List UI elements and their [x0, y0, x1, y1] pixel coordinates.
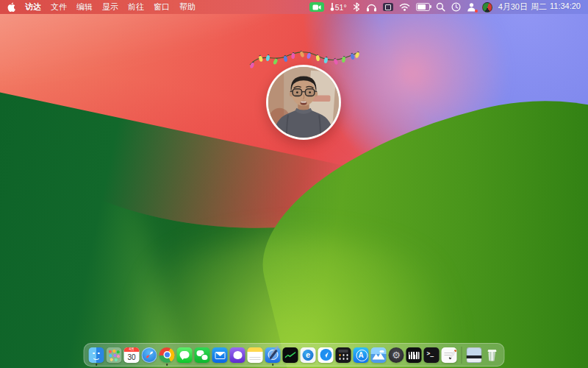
headphones-icon[interactable]: [366, 2, 377, 12]
menu-bar: 访达 文件 编辑 显示 前往 窗口 帮助 51°: [0, 0, 588, 14]
menu-window[interactable]: 窗口: [154, 1, 170, 13]
dock-calculator-icon[interactable]: [336, 347, 351, 363]
temperature-value: 51°: [335, 3, 347, 12]
dock-finder-icon[interactable]: [89, 347, 104, 363]
dock-terminal-icon[interactable]: [424, 347, 440, 363]
dock-messages-icon[interactable]: [177, 347, 193, 363]
video-call-bubble[interactable]: [266, 65, 341, 140]
menu-go[interactable]: 前往: [128, 1, 144, 13]
dock-settings-icon[interactable]: [389, 347, 404, 363]
menu-bar-left: 访达 文件 编辑 显示 前往 窗口 帮助: [7, 1, 196, 13]
camera-icon: [312, 4, 321, 10]
running-indicator: [272, 364, 274, 366]
clock-icon[interactable]: [451, 2, 461, 12]
menu-edit[interactable]: 编辑: [76, 1, 93, 13]
datetime[interactable]: 4月30日 周二 11:34:20: [498, 1, 581, 13]
input-source-icon[interactable]: [383, 3, 393, 11]
battery-icon[interactable]: [416, 3, 430, 11]
minimized-window-thumbnail[interactable]: [467, 347, 482, 363]
dock-divider: [462, 347, 462, 364]
thermometer-icon: [330, 2, 334, 12]
dock-safari-icon[interactable]: [142, 347, 157, 363]
menu-file[interactable]: 文件: [51, 1, 67, 13]
desktop: 访达 文件 编辑 显示 前往 窗口 帮助 51°: [0, 0, 588, 368]
time-text: 11:34:20: [550, 1, 581, 13]
temperature-widget[interactable]: 51°: [330, 2, 347, 12]
dock-edge-browser-icon[interactable]: [301, 347, 316, 363]
menu-view[interactable]: 显示: [102, 1, 118, 13]
dock-pin-app-icon[interactable]: [318, 347, 334, 363]
dock-calendar-icon[interactable]: 4月30: [124, 347, 140, 363]
dock-wechat-icon[interactable]: [195, 347, 210, 363]
dock-textedit-icon[interactable]: [442, 347, 457, 363]
running-indicator: [96, 364, 98, 366]
app-menu-finder[interactable]: 访达: [25, 1, 41, 13]
dock-apps: 4月30: [89, 347, 457, 363]
dock-xcode-icon[interactable]: [265, 347, 281, 363]
light-bulbs: [249, 50, 360, 68]
date-text: 4月30日: [498, 1, 528, 13]
screen-recording-indicator[interactable]: [309, 2, 324, 12]
trash-icon[interactable]: [484, 347, 500, 363]
weekday-text: 周二: [531, 1, 547, 13]
screen-share-status-icon[interactable]: [467, 2, 476, 12]
dock-launchpad-icon[interactable]: [107, 347, 122, 363]
camera-app-status-icon[interactable]: [482, 2, 492, 13]
menu-help[interactable]: 帮助: [179, 1, 196, 13]
wifi-icon[interactable]: [399, 3, 410, 11]
menu-bar-status: 51°: [309, 1, 581, 13]
dock-photos-icon[interactable]: [371, 347, 387, 363]
apple-menu[interactable]: [7, 2, 15, 12]
dock: 4月30: [84, 343, 505, 367]
dock-app-store-icon[interactable]: [354, 347, 369, 363]
running-indicator: [166, 364, 168, 366]
calendar-day: 30: [124, 352, 140, 363]
person-video-feed: [268, 67, 339, 138]
apple-logo-icon: [7, 2, 15, 12]
bluetooth-icon[interactable]: [353, 2, 360, 12]
holiday-lights-decoration: [248, 46, 360, 74]
dock-github-icon[interactable]: [230, 347, 245, 363]
notification-dot: [475, 10, 478, 13]
search-icon[interactable]: [436, 2, 445, 12]
dock-mail-icon[interactable]: [212, 347, 228, 363]
dock-notes-icon[interactable]: [248, 347, 263, 363]
dock-stocks-icon[interactable]: [283, 347, 298, 363]
dock-chrome-icon[interactable]: [159, 347, 175, 363]
dock-piano-icon[interactable]: [406, 347, 422, 363]
